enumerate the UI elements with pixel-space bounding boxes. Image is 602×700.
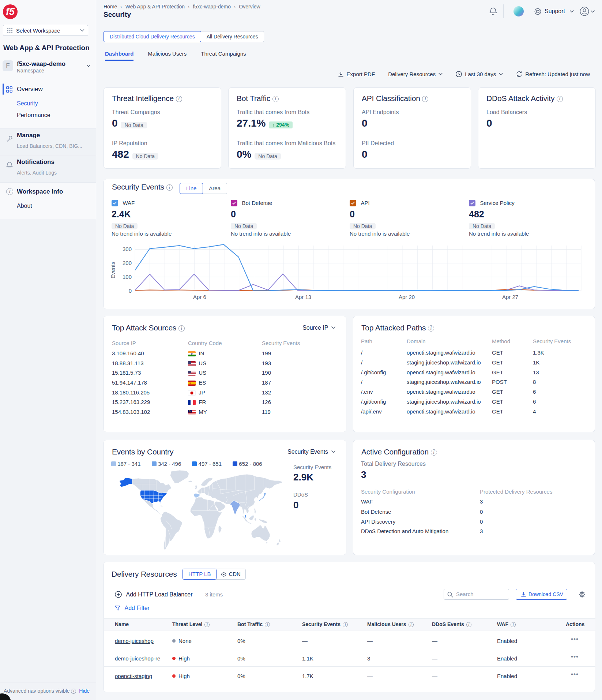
- svg-text:Apr 13: Apr 13: [295, 294, 311, 300]
- svg-text:f5: f5: [6, 6, 15, 17]
- svg-text:200: 200: [123, 260, 132, 266]
- svg-text:Apr 6: Apr 6: [193, 294, 206, 300]
- svg-text:0: 0: [129, 288, 132, 294]
- svg-text:100: 100: [123, 274, 132, 280]
- svg-text:Apr 27: Apr 27: [502, 294, 518, 300]
- svg-text:Events: Events: [110, 262, 116, 278]
- svg-text:300: 300: [123, 246, 132, 252]
- svg-text:Apr 20: Apr 20: [399, 294, 415, 300]
